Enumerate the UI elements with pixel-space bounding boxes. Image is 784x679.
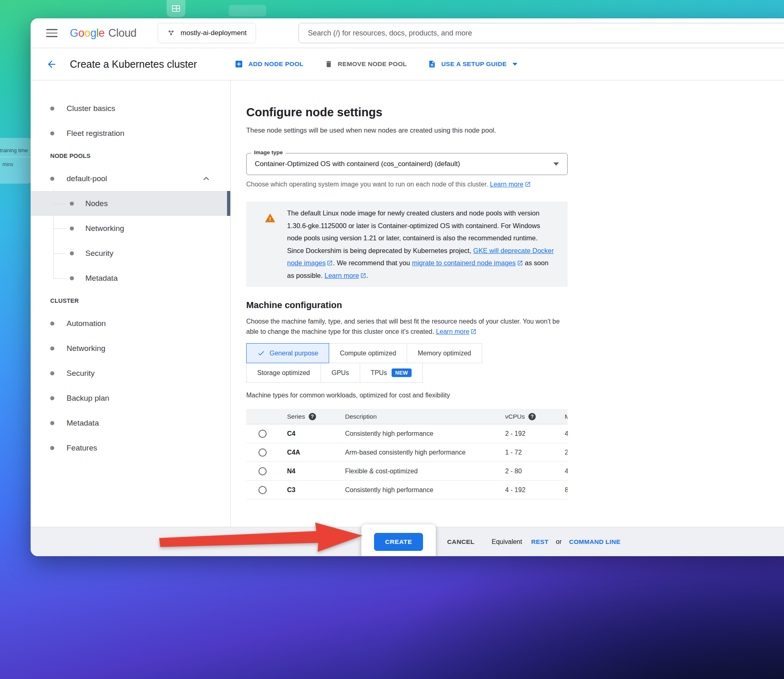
sidebar-item-networking[interactable]: Networking: [31, 336, 230, 361]
sidebar-item-default-pool[interactable]: default-pool: [31, 166, 230, 191]
table-row-c4[interactable]: C4 Consistently high performance 2 - 192…: [246, 424, 568, 443]
help-icon[interactable]: ?: [528, 413, 536, 420]
help-icon[interactable]: ?: [309, 413, 316, 420]
machine-learn-more-link[interactable]: Learn more: [436, 328, 470, 335]
add-node-pool-button[interactable]: ADD NODE POOL: [234, 60, 303, 69]
sidebar-item-pool-networking[interactable]: Networking: [31, 216, 230, 241]
image-type-select[interactable]: Image type Container-Optimized OS with c…: [246, 153, 568, 175]
step-bullet-icon: [50, 322, 54, 326]
radio-button[interactable]: [258, 467, 267, 475]
top-bar: Google Cloud mostly-ai-deployment: [31, 18, 784, 48]
logo-letter: G: [70, 27, 78, 40]
document-icon: [428, 60, 436, 68]
logo-cloud-text: Cloud: [108, 27, 136, 40]
series-cell: C3: [287, 486, 345, 494]
new-badge: NEW: [392, 368, 412, 377]
tab-compute-optimized[interactable]: Compute optimized: [329, 343, 407, 363]
description-cell: Consistently high performance: [345, 430, 505, 437]
step-bullet-icon: [50, 107, 54, 111]
description-cell: Arm-based consistently high performance: [345, 449, 505, 456]
select-caret-icon: [553, 162, 559, 166]
warning-learn-more-link[interactable]: Learn more: [325, 272, 359, 279]
action-bar: CREATE CANCEL Equivalent REST or COMMAND…: [31, 527, 784, 556]
sidebar-item-nodes[interactable]: Nodes: [31, 191, 230, 216]
sidebar-item-label: Features: [67, 444, 97, 453]
cancel-button[interactable]: CANCEL: [447, 538, 474, 546]
background-app-icon: [167, 0, 185, 17]
background-text-training-time: training time: [0, 148, 28, 153]
tab-tpus[interactable]: TPUs NEW: [360, 363, 423, 383]
table-row-n4[interactable]: N4 Flexible & cost-optimized 2 - 80 4: [246, 462, 568, 481]
image-type-helper: Choose which operating system image you …: [246, 179, 568, 189]
warning-banner: The default Linux node image for newly c…: [246, 202, 568, 287]
sidebar-item-label: Security: [67, 369, 95, 378]
migrate-containerd-link[interactable]: migrate to containerd node images: [412, 259, 516, 266]
section-subtitle: These node settings will be used when ne…: [246, 126, 568, 134]
command-line-link[interactable]: COMMAND LINE: [569, 538, 620, 546]
step-bullet-icon: [50, 446, 54, 450]
sidebar-section-cluster: CLUSTER: [31, 291, 230, 311]
sidebar-item-cluster-basics[interactable]: Cluster basics: [31, 96, 230, 121]
radio-button[interactable]: [258, 448, 267, 457]
page-title: Create a Kubernetes cluster: [70, 58, 197, 70]
machine-series-table: Series? Description vCPUs? M C4 Consiste…: [246, 409, 568, 499]
logo-letter: e: [99, 27, 105, 40]
image-type-value: Container-Optimized OS with containerd (…: [255, 160, 460, 168]
menu-icon[interactable]: [46, 29, 58, 37]
page-header: Create a Kubernetes cluster ADD NODE POO…: [31, 48, 784, 80]
tab-gpus[interactable]: GPUs: [321, 363, 360, 383]
image-type-label: Image type: [252, 149, 285, 155]
machine-configuration-title: Machine configuration: [246, 300, 568, 311]
machine-family-tabs: General purpose Compute optimized Memory…: [246, 343, 568, 383]
memory-cell: 4: [565, 430, 568, 437]
radio-button[interactable]: [258, 430, 267, 438]
logo-letter: g: [90, 27, 96, 40]
sidebar-item-label: Metadata: [67, 419, 99, 428]
grid-icon: [172, 5, 180, 12]
external-link-icon: [327, 260, 333, 266]
column-header-vcpus: vCPUs: [505, 413, 525, 420]
radio-button[interactable]: [258, 486, 267, 494]
background-panel: training time mins: [0, 138, 32, 184]
sidebar-item-features[interactable]: Features: [31, 435, 230, 460]
tab-general-purpose[interactable]: General purpose: [246, 343, 329, 363]
search-bar: [298, 23, 784, 43]
sidebar: Cluster basics Fleet registration NODE P…: [31, 80, 231, 527]
create-button[interactable]: CREATE: [374, 533, 423, 551]
background-text-mins: mins: [2, 162, 13, 167]
learn-more-link[interactable]: Learn more: [490, 181, 523, 188]
series-cell: C4: [287, 430, 345, 437]
step-bullet-icon: [70, 276, 74, 280]
tab-label: Compute optimized: [340, 350, 396, 357]
sidebar-item-security[interactable]: Security: [31, 361, 230, 386]
table-row-c4a[interactable]: C4A Arm-based consistently high performa…: [246, 443, 568, 462]
project-selector[interactable]: mostly-ai-deployment: [158, 23, 256, 43]
back-arrow-icon: [46, 59, 57, 70]
rest-link[interactable]: REST: [531, 538, 549, 546]
table-row-c3[interactable]: C3 Consistently high performance 4 - 192…: [246, 481, 568, 499]
search-input[interactable]: [308, 29, 779, 38]
sidebar-item-backup-plan[interactable]: Backup plan: [31, 386, 230, 411]
page-body: Cluster basics Fleet registration NODE P…: [31, 80, 784, 527]
tab-memory-optimized[interactable]: Memory optimized: [407, 343, 482, 363]
create-button-spotlight: CREATE: [361, 524, 436, 557]
sidebar-item-pool-metadata[interactable]: Metadata: [31, 266, 230, 291]
tab-storage-optimized[interactable]: Storage optimized: [246, 363, 321, 383]
sidebar-item-label: Automation: [67, 319, 106, 328]
add-icon: [234, 60, 243, 69]
step-bullet-icon: [70, 226, 74, 231]
step-bullet-icon: [50, 177, 54, 181]
table-header-row: Series? Description vCPUs? M: [246, 409, 568, 424]
tab-label: Storage optimized: [257, 369, 310, 377]
default-pool-children: Nodes Networking Security Metadata: [31, 191, 230, 291]
back-button[interactable]: [43, 55, 60, 73]
sidebar-item-pool-security[interactable]: Security: [31, 241, 230, 266]
remove-node-pool-button[interactable]: REMOVE NODE POOL: [325, 60, 407, 68]
use-setup-guide-button[interactable]: USE A SETUP GUIDE: [428, 60, 517, 68]
sidebar-item-automation[interactable]: Automation: [31, 311, 230, 336]
sidebar-item-fleet-registration[interactable]: Fleet registration: [31, 121, 230, 146]
sidebar-item-label: Nodes: [85, 199, 108, 208]
vcpus-cell: 1 - 72: [505, 449, 565, 456]
sidebar-scrollbar-thumb[interactable]: [227, 191, 230, 216]
sidebar-item-metadata[interactable]: Metadata: [31, 411, 230, 435]
